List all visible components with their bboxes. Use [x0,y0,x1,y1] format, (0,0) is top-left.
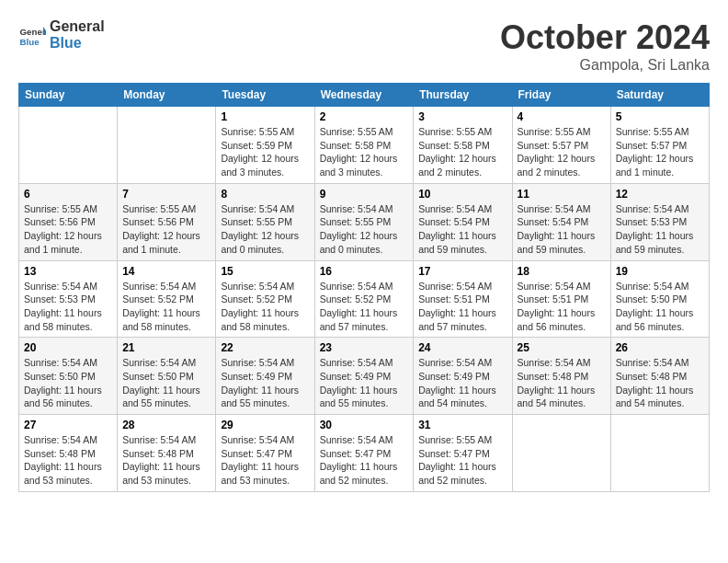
calendar-cell: 13Sunrise: 5:54 AMSunset: 5:53 PMDayligh… [19,260,118,338]
day-info: Sunrise: 5:54 AMSunset: 5:53 PMDaylight:… [24,280,112,334]
calendar-cell: 14Sunrise: 5:54 AMSunset: 5:52 PMDayligh… [118,260,216,338]
day-number: 5 [616,110,704,123]
calendar-cell: 1Sunrise: 5:55 AMSunset: 5:59 PMDaylight… [216,107,314,184]
calendar-cell [512,415,610,492]
day-number: 30 [320,419,409,431]
calendar-cell: 18Sunrise: 5:54 AMSunset: 5:51 PMDayligh… [512,260,610,338]
svg-text:Blue: Blue [20,36,40,46]
svg-text:General: General [20,27,47,37]
day-info: Sunrise: 5:54 AMSunset: 5:51 PMDaylight:… [518,280,606,334]
calendar-body: 1Sunrise: 5:55 AMSunset: 5:59 PMDaylight… [19,107,710,492]
day-info: Sunrise: 5:54 AMSunset: 5:47 PMDaylight:… [320,433,409,488]
calendar-cell: 24Sunrise: 5:54 AMSunset: 5:49 PMDayligh… [414,338,512,415]
day-number: 17 [418,265,506,278]
day-number: 11 [518,188,606,201]
day-number: 6 [24,188,112,201]
calendar-cell: 2Sunrise: 5:55 AMSunset: 5:58 PMDaylight… [314,107,414,184]
day-number: 18 [518,265,606,278]
day-info: Sunrise: 5:54 AMSunset: 5:47 PMDaylight:… [221,433,309,488]
day-number: 12 [616,188,704,201]
title-block: October 2024 Gampola, Sri Lanka [500,18,710,74]
calendar-cell: 22Sunrise: 5:54 AMSunset: 5:49 PMDayligh… [216,338,314,415]
day-number: 16 [320,265,409,278]
day-info: Sunrise: 5:54 AMSunset: 5:52 PMDaylight:… [320,280,409,334]
calendar-cell: 4Sunrise: 5:55 AMSunset: 5:57 PMDaylight… [512,107,610,184]
day-number: 13 [24,265,112,278]
day-header-tuesday: Tuesday [216,84,314,107]
calendar-cell: 17Sunrise: 5:54 AMSunset: 5:51 PMDayligh… [414,260,512,338]
day-number: 29 [221,419,309,431]
day-info: Sunrise: 5:54 AMSunset: 5:50 PMDaylight:… [122,356,210,410]
day-number: 3 [418,110,506,123]
calendar-cell: 9Sunrise: 5:54 AMSunset: 5:55 PMDaylight… [314,183,414,260]
day-info: Sunrise: 5:54 AMSunset: 5:54 PMDaylight:… [518,202,606,257]
calendar-cell: 26Sunrise: 5:54 AMSunset: 5:48 PMDayligh… [610,338,709,415]
calendar-cell: 10Sunrise: 5:54 AMSunset: 5:54 PMDayligh… [414,183,512,260]
calendar-cell: 30Sunrise: 5:54 AMSunset: 5:47 PMDayligh… [314,415,414,492]
day-number: 1 [221,110,309,123]
day-header-friday: Friday [512,84,610,107]
day-info: Sunrise: 5:54 AMSunset: 5:55 PMDaylight:… [221,202,309,257]
calendar-week-2: 6Sunrise: 5:55 AMSunset: 5:56 PMDaylight… [19,183,710,260]
day-header-thursday: Thursday [414,84,512,107]
calendar-cell: 7Sunrise: 5:55 AMSunset: 5:56 PMDaylight… [118,183,216,260]
calendar-cell: 28Sunrise: 5:54 AMSunset: 5:48 PMDayligh… [118,415,216,492]
day-number: 25 [518,341,606,354]
day-info: Sunrise: 5:54 AMSunset: 5:49 PMDaylight:… [320,356,409,410]
day-header-wednesday: Wednesday [314,84,414,107]
day-info: Sunrise: 5:54 AMSunset: 5:53 PMDaylight:… [616,202,704,257]
day-number: 23 [320,341,409,354]
day-info: Sunrise: 5:55 AMSunset: 5:58 PMDaylight:… [418,125,506,179]
calendar-week-5: 27Sunrise: 5:54 AMSunset: 5:48 PMDayligh… [19,415,710,492]
day-header-saturday: Saturday [610,84,709,107]
day-number: 10 [418,188,506,201]
logo-icon: General Blue [18,21,46,49]
day-number: 31 [418,419,506,431]
logo: General Blue General Blue [18,18,105,51]
day-info: Sunrise: 5:55 AMSunset: 5:57 PMDaylight:… [518,125,606,179]
day-info: Sunrise: 5:54 AMSunset: 5:55 PMDaylight:… [320,202,409,257]
day-number: 20 [24,341,112,354]
day-header-monday: Monday [118,84,216,107]
day-number: 8 [221,188,309,201]
day-number: 26 [616,341,704,354]
day-number: 4 [518,110,606,123]
calendar-cell: 8Sunrise: 5:54 AMSunset: 5:55 PMDaylight… [216,183,314,260]
calendar-cell: 6Sunrise: 5:55 AMSunset: 5:56 PMDaylight… [19,183,118,260]
calendar-cell: 31Sunrise: 5:55 AMSunset: 5:47 PMDayligh… [414,415,512,492]
calendar-cell: 11Sunrise: 5:54 AMSunset: 5:54 PMDayligh… [512,183,610,260]
calendar-week-4: 20Sunrise: 5:54 AMSunset: 5:50 PMDayligh… [19,338,710,415]
day-number: 7 [122,188,210,201]
page-header: General Blue General Blue October 2024 G… [18,18,710,74]
calendar-cell: 25Sunrise: 5:54 AMSunset: 5:48 PMDayligh… [512,338,610,415]
day-info: Sunrise: 5:54 AMSunset: 5:48 PMDaylight:… [518,356,606,410]
day-info: Sunrise: 5:54 AMSunset: 5:50 PMDaylight:… [616,280,704,334]
calendar-cell: 21Sunrise: 5:54 AMSunset: 5:50 PMDayligh… [118,338,216,415]
logo-blue-text: Blue [50,35,105,52]
day-info: Sunrise: 5:54 AMSunset: 5:52 PMDaylight:… [221,280,309,334]
day-number: 15 [221,265,309,278]
day-info: Sunrise: 5:54 AMSunset: 5:49 PMDaylight:… [221,356,309,410]
calendar-cell: 3Sunrise: 5:55 AMSunset: 5:58 PMDaylight… [414,107,512,184]
day-number: 24 [418,341,506,354]
day-number: 21 [122,341,210,354]
calendar-table: SundayMondayTuesdayWednesdayThursdayFrid… [18,83,710,492]
calendar-week-1: 1Sunrise: 5:55 AMSunset: 5:59 PMDaylight… [19,107,710,184]
location-title: Gampola, Sri Lanka [500,57,710,74]
day-info: Sunrise: 5:54 AMSunset: 5:48 PMDaylight:… [616,356,704,410]
day-info: Sunrise: 5:55 AMSunset: 5:58 PMDaylight:… [320,125,409,179]
day-number: 2 [320,110,409,123]
day-info: Sunrise: 5:55 AMSunset: 5:56 PMDaylight:… [24,202,112,257]
calendar-cell: 16Sunrise: 5:54 AMSunset: 5:52 PMDayligh… [314,260,414,338]
day-info: Sunrise: 5:55 AMSunset: 5:59 PMDaylight:… [221,125,309,179]
day-info: Sunrise: 5:54 AMSunset: 5:51 PMDaylight:… [418,280,506,334]
calendar-cell: 27Sunrise: 5:54 AMSunset: 5:48 PMDayligh… [19,415,118,492]
calendar-cell: 15Sunrise: 5:54 AMSunset: 5:52 PMDayligh… [216,260,314,338]
calendar-cell [19,107,118,184]
calendar-cell: 12Sunrise: 5:54 AMSunset: 5:53 PMDayligh… [610,183,709,260]
day-info: Sunrise: 5:54 AMSunset: 5:48 PMDaylight:… [24,433,112,488]
day-info: Sunrise: 5:54 AMSunset: 5:48 PMDaylight:… [122,433,210,488]
calendar-cell [610,415,709,492]
day-number: 22 [221,341,309,354]
calendar-cell: 5Sunrise: 5:55 AMSunset: 5:57 PMDaylight… [610,107,709,184]
